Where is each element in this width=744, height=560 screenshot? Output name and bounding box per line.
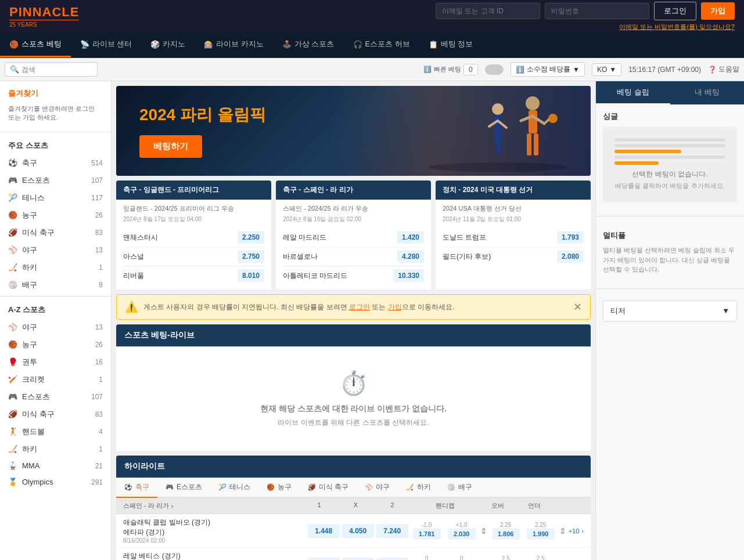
hl-tab-hockey[interactable]: 🏒 하키 xyxy=(398,478,439,498)
alert-close-button[interactable]: ✕ xyxy=(573,301,582,313)
nav-live[interactable]: 📡 라이브 센터 xyxy=(71,32,142,57)
odds-format-select[interactable]: ℹ️ 소수점 배당률 ▼ xyxy=(511,62,585,77)
banner-text: 2024 파리 올림픽 베팅하기 xyxy=(139,104,266,158)
az-item-hockey[interactable]: 🏒 하키 1 xyxy=(0,440,111,458)
card-body-2: 스페인 - 2024/25 라 리가 우승 2024년 8월 16일 금요일 0… xyxy=(276,200,431,290)
nav-live-casino[interactable]: 🎰 라이브 카지노 xyxy=(195,32,273,57)
favorites-note: 즐겨찾기를 변경하려면 로그인 또는 가입 하세요. xyxy=(0,102,111,129)
hl-odd-2-1[interactable]: 2.850 xyxy=(376,558,408,561)
az-item-olympics[interactable]: 🏅 Olympics 291 xyxy=(0,474,111,490)
az-basketball-icon: 🏀 xyxy=(8,340,17,349)
esports-sidebar-icon: 🎮 xyxy=(8,176,17,185)
parlay-section: 멀티플 멀티플 베팅을 선택하려면 베팅 슬립에 최소 두 가지 베팅이 있어야… xyxy=(596,223,744,281)
banner-athletes xyxy=(330,86,591,176)
bet-odds-0-2[interactable]: 8.010 xyxy=(238,269,264,282)
bet-line-1 xyxy=(614,138,725,142)
az-item-baseball[interactable]: ⚾ 야구 13 xyxy=(0,319,111,336)
hl-odd-1-1[interactable]: 2.480 xyxy=(308,558,340,561)
az-esports-icon: 🎮 xyxy=(8,392,17,402)
bet-odds-1-1[interactable]: 4.280 xyxy=(397,250,424,263)
hl-ou-0: 2.25 1.806 xyxy=(492,522,520,540)
teaser-select[interactable]: 티저 ▼ xyxy=(603,301,737,321)
hl-odd-x-1[interactable]: 3.210 xyxy=(342,558,374,561)
hl-arrow-0b[interactable]: ⇕ xyxy=(559,526,566,536)
search-icon: 🔍 xyxy=(10,65,19,74)
svg-point-9 xyxy=(492,103,504,115)
card-subtitle-2: 스페인 - 2024/25 라 리가 우승 xyxy=(283,204,424,213)
az-item-boxing[interactable]: 🥊 권투 16 xyxy=(0,353,111,371)
card-subtitle-3: 2024 USA 대통령 선거 당선 xyxy=(443,204,584,213)
nav-betinfo[interactable]: 📋 베팅 정보 xyxy=(419,32,483,57)
hl-ou-val1-0[interactable]: 1.806 xyxy=(492,528,520,540)
hl-under-val-0[interactable]: 1.990 xyxy=(527,528,555,540)
sidebar-item-basketball[interactable]: 🏀 농구 26 xyxy=(0,207,111,224)
sidebar-item-esports[interactable]: 🎮 E스포츠 107 xyxy=(0,172,111,189)
join-button[interactable]: 가입 xyxy=(701,2,735,20)
bet-empty-state: 선택한 베팅이 없습니다. 배당률을 클릭하여 베팅을 추가하세요. xyxy=(603,127,737,202)
bet-panel: 베팅 슬립 내 베팅 싱글 선택한 베팅이 없습니다. 배당률을 클릭하여 베팅… xyxy=(595,81,744,560)
dark-mode-toggle[interactable] xyxy=(485,64,504,75)
banner-bet-button[interactable]: 베팅하기 xyxy=(139,135,202,158)
card-date-2: 2024년 8월 16일 금요일 02:00 xyxy=(283,215,424,223)
bet-odds-2-0[interactable]: 1.793 xyxy=(557,231,584,244)
nav-sports[interactable]: 🏀 스포츠 베팅 xyxy=(0,32,71,57)
hl-h-val2-0[interactable]: 2.030 xyxy=(448,528,476,540)
forgot-password-link[interactable]: 이메일 또는 비밀번호를(를) 잊으셨나요? xyxy=(619,23,735,31)
az-item-basketball[interactable]: 🏀 농구 26 xyxy=(0,336,111,353)
search-box[interactable]: 🔍 xyxy=(5,62,98,77)
quick-bet-value[interactable]: 0 xyxy=(463,64,478,75)
bet-odds-0-0[interactable]: 2.250 xyxy=(238,231,264,244)
alert-login-link[interactable]: 로그인 xyxy=(349,303,370,311)
bet-slip-tab[interactable]: 베팅 슬립 xyxy=(596,81,670,104)
language-select[interactable]: KO ▼ xyxy=(592,63,621,76)
hl-arrow-0[interactable]: ⇕ xyxy=(480,526,487,536)
bet-odds-1-2[interactable]: 10.330 xyxy=(393,269,424,282)
highlights-body: ⚽ 축구 🎮 E스포츠 🎾 테니스 🏀 농구 xyxy=(116,478,591,560)
hl-tab-baseball[interactable]: ⚾ 야구 xyxy=(357,478,398,498)
alert-join-link[interactable]: 가입 xyxy=(388,303,402,311)
az-item-esports[interactable]: 🎮 E스포츠 107 xyxy=(0,388,111,406)
sidebar-item-baseball[interactable]: ⚾ 야구 13 xyxy=(0,241,111,259)
bet-odds-2-1[interactable]: 2.080 xyxy=(557,250,584,263)
hl-tab-amfootball[interactable]: 🏈 미식 축구 xyxy=(300,478,357,498)
hl-odd-2-0[interactable]: 7.240 xyxy=(376,524,408,538)
search-input[interactable] xyxy=(21,66,91,74)
password-field[interactable] xyxy=(545,3,649,19)
hl-teams-1: 레알 베티스 (경기) 지로나 (경기) 8/16/2024 04:30 xyxy=(123,551,308,560)
az-item-handball[interactable]: 🤾 핸드볼 4 xyxy=(0,423,111,440)
my-bets-tab[interactable]: 내 베팅 xyxy=(670,81,745,104)
hl-h-val1-0[interactable]: 1.781 xyxy=(413,528,441,540)
bet-odds-1-0[interactable]: 1.420 xyxy=(397,231,424,244)
help-button[interactable]: ❓ 도움말 xyxy=(708,64,739,74)
sidebar-item-tennis[interactable]: 🎾 테니스 117 xyxy=(0,189,111,207)
hl-more-0[interactable]: +10 xyxy=(569,528,580,534)
email-field[interactable] xyxy=(436,3,540,19)
sidebar-item-volleyball[interactable]: 🏐 배구 8 xyxy=(0,276,111,294)
sidebar: 즐겨찾기 즐겨찾기를 변경하려면 로그인 또는 가입 하세요. 주요 스포츠 ⚽… xyxy=(0,81,112,560)
hl-odd-1-0[interactable]: 1.448 xyxy=(308,524,340,538)
hl-tab-esports[interactable]: 🎮 E스포츠 xyxy=(157,478,210,498)
bet-odds-0-1[interactable]: 2.750 xyxy=(238,250,264,263)
bet-option-0-1: 아스널 2.750 xyxy=(123,247,264,266)
nav-virtual[interactable]: 🕹️ 가상 스포츠 xyxy=(273,32,344,57)
hl-tab-basketball[interactable]: 🏀 농구 xyxy=(258,478,300,498)
az-item-cricket[interactable]: 🏏 크리켓 1 xyxy=(0,371,111,388)
az-item-amfootball[interactable]: 🏈 미식 축구 83 xyxy=(0,406,111,423)
sidebar-item-american-football[interactable]: 🏈 미식 축구 83 xyxy=(0,224,111,241)
help-icon: ❓ xyxy=(708,66,717,74)
hl-tab-tennis[interactable]: 🎾 테니스 xyxy=(210,478,258,498)
sidebar-item-hockey[interactable]: 🏒 하키 1 xyxy=(0,259,111,276)
hl-league-link[interactable]: 스페인 - 라 리가 › xyxy=(123,501,174,510)
sidebar-item-soccer[interactable]: ⚽ 축구 514 xyxy=(0,154,111,172)
hl-odd-x-0[interactable]: 4.050 xyxy=(342,524,374,538)
handball-icon: 🤾 xyxy=(8,427,17,436)
hl-tab-volleyball[interactable]: 🏐 배구 xyxy=(439,478,480,498)
casino-icon: 🎲 xyxy=(150,40,160,49)
bet-option-0-2: 리버풀 8.010 xyxy=(123,266,264,285)
hl-tab-soccer[interactable]: ⚽ 축구 xyxy=(116,478,157,498)
login-button[interactable]: 로그인 xyxy=(654,2,696,20)
az-item-mma[interactable]: 🥋 MMA 21 xyxy=(0,458,111,474)
nav-casino[interactable]: 🎲 카지노 xyxy=(141,32,195,57)
nav-esports[interactable]: 🎧 E스포츠 허브 xyxy=(344,32,419,57)
betting-card-la-liga: 축구 - 스페인 - 라 리가 스페인 - 2024/25 라 리가 우승 20… xyxy=(276,180,431,290)
